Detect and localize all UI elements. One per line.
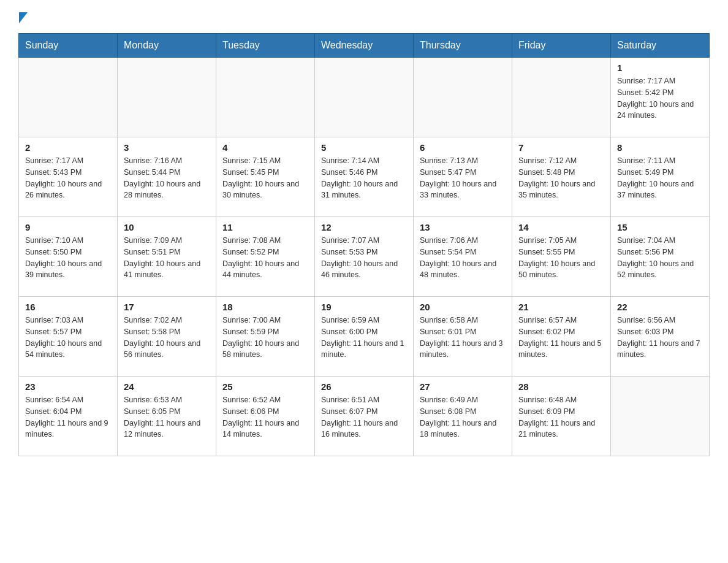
day-sun-info: Sunrise: 6:59 AMSunset: 6:00 PMDaylight:… xyxy=(321,315,407,361)
weekday-header-wednesday: Wednesday xyxy=(315,34,414,58)
day-sun-info: Sunrise: 7:09 AMSunset: 5:51 PMDaylight:… xyxy=(124,235,210,281)
day-sun-info: Sunrise: 7:17 AMSunset: 5:43 PMDaylight:… xyxy=(25,155,111,201)
weekday-header-monday: Monday xyxy=(118,34,216,58)
calendar-cell: 5Sunrise: 7:14 AMSunset: 5:46 PMDaylight… xyxy=(315,137,414,217)
day-number: 23 xyxy=(25,381,111,392)
day-number: 14 xyxy=(518,222,604,232)
day-sun-info: Sunrise: 7:15 AMSunset: 5:45 PMDaylight:… xyxy=(222,155,308,201)
day-sun-info: Sunrise: 7:17 AMSunset: 5:42 PMDaylight:… xyxy=(617,75,703,121)
weekday-header-tuesday: Tuesday xyxy=(216,34,315,58)
calendar-cell: 16Sunrise: 7:03 AMSunset: 5:57 PMDayligh… xyxy=(19,297,118,377)
calendar-cell: 27Sunrise: 6:49 AMSunset: 6:08 PMDayligh… xyxy=(414,377,512,456)
weekday-header-saturday: Saturday xyxy=(611,34,710,58)
day-number: 21 xyxy=(518,302,604,312)
calendar-cell: 10Sunrise: 7:09 AMSunset: 5:51 PMDayligh… xyxy=(118,217,216,297)
day-sun-info: Sunrise: 7:03 AMSunset: 5:57 PMDaylight:… xyxy=(25,315,111,361)
day-sun-info: Sunrise: 6:56 AMSunset: 6:03 PMDaylight:… xyxy=(617,315,703,361)
day-number: 10 xyxy=(124,222,210,232)
calendar-cell: 11Sunrise: 7:08 AMSunset: 5:52 PMDayligh… xyxy=(216,217,315,297)
calendar-cell: 12Sunrise: 7:07 AMSunset: 5:53 PMDayligh… xyxy=(315,217,414,297)
day-number: 2 xyxy=(25,142,111,153)
calendar-cell xyxy=(216,58,315,137)
calendar-header-row: SundayMondayTuesdayWednesdayThursdayFrid… xyxy=(19,34,710,58)
day-sun-info: Sunrise: 7:08 AMSunset: 5:52 PMDaylight:… xyxy=(222,235,308,281)
calendar-cell: 28Sunrise: 6:48 AMSunset: 6:09 PMDayligh… xyxy=(512,377,611,456)
calendar-cell: 17Sunrise: 7:02 AMSunset: 5:58 PMDayligh… xyxy=(118,297,216,377)
day-number: 25 xyxy=(222,381,308,392)
day-sun-info: Sunrise: 6:51 AMSunset: 6:07 PMDaylight:… xyxy=(321,394,407,440)
calendar-cell: 20Sunrise: 6:58 AMSunset: 6:01 PMDayligh… xyxy=(414,297,512,377)
day-sun-info: Sunrise: 6:57 AMSunset: 6:02 PMDaylight:… xyxy=(518,315,604,361)
calendar-week-row: 2Sunrise: 7:17 AMSunset: 5:43 PMDaylight… xyxy=(19,137,710,217)
calendar-cell xyxy=(512,58,611,137)
day-sun-info: Sunrise: 7:10 AMSunset: 5:50 PMDaylight:… xyxy=(25,235,111,281)
calendar-cell: 4Sunrise: 7:15 AMSunset: 5:45 PMDaylight… xyxy=(216,137,315,217)
day-number: 11 xyxy=(222,222,308,232)
day-number: 27 xyxy=(420,381,506,392)
day-sun-info: Sunrise: 7:07 AMSunset: 5:53 PMDaylight:… xyxy=(321,235,407,281)
day-sun-info: Sunrise: 7:11 AMSunset: 5:49 PMDaylight:… xyxy=(617,155,703,201)
day-number: 20 xyxy=(420,302,506,312)
calendar-cell xyxy=(611,377,710,456)
day-number: 6 xyxy=(420,142,506,153)
day-number: 9 xyxy=(25,222,111,232)
day-sun-info: Sunrise: 7:12 AMSunset: 5:48 PMDaylight:… xyxy=(518,155,604,201)
day-number: 4 xyxy=(222,142,308,153)
calendar-cell: 19Sunrise: 6:59 AMSunset: 6:00 PMDayligh… xyxy=(315,297,414,377)
day-number: 28 xyxy=(518,381,604,392)
day-number: 15 xyxy=(617,222,703,232)
calendar-cell: 25Sunrise: 6:52 AMSunset: 6:06 PMDayligh… xyxy=(216,377,315,456)
calendar-cell xyxy=(19,58,118,137)
day-number: 16 xyxy=(25,302,111,312)
calendar-week-row: 9Sunrise: 7:10 AMSunset: 5:50 PMDaylight… xyxy=(19,217,710,297)
calendar-cell xyxy=(118,58,216,137)
day-number: 22 xyxy=(617,302,703,312)
day-number: 7 xyxy=(518,142,604,153)
day-number: 12 xyxy=(321,222,407,232)
day-sun-info: Sunrise: 7:16 AMSunset: 5:44 PMDaylight:… xyxy=(124,155,210,201)
calendar-cell: 8Sunrise: 7:11 AMSunset: 5:49 PMDaylight… xyxy=(611,137,710,217)
calendar-week-row: 23Sunrise: 6:54 AMSunset: 6:04 PMDayligh… xyxy=(19,377,710,456)
weekday-header-thursday: Thursday xyxy=(414,34,512,58)
day-number: 3 xyxy=(124,142,210,153)
calendar-cell: 14Sunrise: 7:05 AMSunset: 5:55 PMDayligh… xyxy=(512,217,611,297)
weekday-header-sunday: Sunday xyxy=(19,34,118,58)
day-sun-info: Sunrise: 7:00 AMSunset: 5:59 PMDaylight:… xyxy=(222,315,308,361)
day-number: 17 xyxy=(124,302,210,312)
day-sun-info: Sunrise: 7:02 AMSunset: 5:58 PMDaylight:… xyxy=(124,315,210,361)
day-number: 19 xyxy=(321,302,407,312)
calendar-cell xyxy=(315,58,414,137)
calendar-cell: 13Sunrise: 7:06 AMSunset: 5:54 PMDayligh… xyxy=(414,217,512,297)
day-number: 18 xyxy=(222,302,308,312)
calendar-cell: 9Sunrise: 7:10 AMSunset: 5:50 PMDaylight… xyxy=(19,217,118,297)
day-sun-info: Sunrise: 6:54 AMSunset: 6:04 PMDaylight:… xyxy=(25,394,111,440)
calendar-cell: 2Sunrise: 7:17 AMSunset: 5:43 PMDaylight… xyxy=(19,137,118,217)
day-sun-info: Sunrise: 6:48 AMSunset: 6:09 PMDaylight:… xyxy=(518,394,604,440)
day-sun-info: Sunrise: 6:53 AMSunset: 6:05 PMDaylight:… xyxy=(124,394,210,440)
calendar-cell: 23Sunrise: 6:54 AMSunset: 6:04 PMDayligh… xyxy=(19,377,118,456)
day-number: 24 xyxy=(124,381,210,392)
logo-triangle-icon xyxy=(19,12,28,23)
day-sun-info: Sunrise: 7:04 AMSunset: 5:56 PMDaylight:… xyxy=(617,235,703,281)
day-number: 26 xyxy=(321,381,407,392)
page-header xyxy=(18,12,710,23)
day-number: 1 xyxy=(617,63,703,73)
day-sun-info: Sunrise: 7:06 AMSunset: 5:54 PMDaylight:… xyxy=(420,235,506,281)
calendar-table: SundayMondayTuesdayWednesdayThursdayFrid… xyxy=(18,33,710,456)
calendar-cell xyxy=(414,58,512,137)
day-sun-info: Sunrise: 6:49 AMSunset: 6:08 PMDaylight:… xyxy=(420,394,506,440)
day-sun-info: Sunrise: 6:58 AMSunset: 6:01 PMDaylight:… xyxy=(420,315,506,361)
day-number: 13 xyxy=(420,222,506,232)
logo xyxy=(18,12,28,23)
day-sun-info: Sunrise: 7:14 AMSunset: 5:46 PMDaylight:… xyxy=(321,155,407,201)
calendar-cell: 3Sunrise: 7:16 AMSunset: 5:44 PMDaylight… xyxy=(118,137,216,217)
calendar-cell: 6Sunrise: 7:13 AMSunset: 5:47 PMDaylight… xyxy=(414,137,512,217)
calendar-cell: 26Sunrise: 6:51 AMSunset: 6:07 PMDayligh… xyxy=(315,377,414,456)
calendar-cell: 1Sunrise: 7:17 AMSunset: 5:42 PMDaylight… xyxy=(611,58,710,137)
calendar-week-row: 16Sunrise: 7:03 AMSunset: 5:57 PMDayligh… xyxy=(19,297,710,377)
calendar-cell: 21Sunrise: 6:57 AMSunset: 6:02 PMDayligh… xyxy=(512,297,611,377)
day-number: 5 xyxy=(321,142,407,153)
calendar-cell: 18Sunrise: 7:00 AMSunset: 5:59 PMDayligh… xyxy=(216,297,315,377)
day-number: 8 xyxy=(617,142,703,153)
day-sun-info: Sunrise: 6:52 AMSunset: 6:06 PMDaylight:… xyxy=(222,394,308,440)
